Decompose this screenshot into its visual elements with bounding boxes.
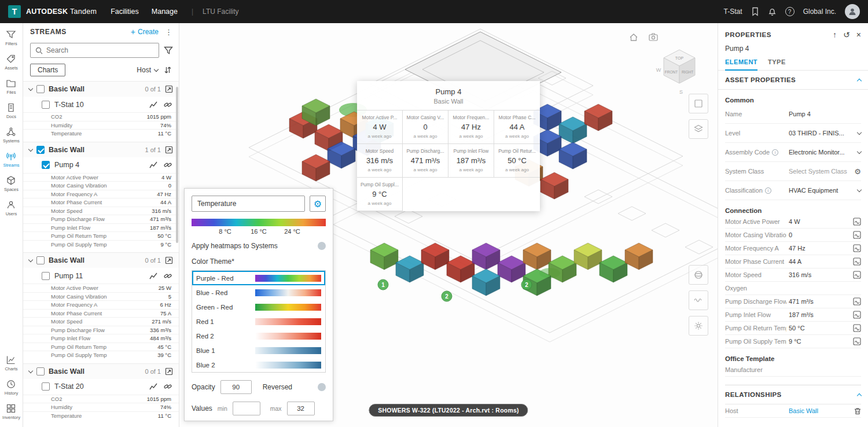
tab-type[interactable]: TYPE	[768, 58, 786, 70]
sidebar-item-assets[interactable]: Assets	[3, 50, 20, 74]
stream-icon[interactable]	[853, 311, 861, 319]
org-name[interactable]: Global Inc.	[803, 8, 836, 16]
streams-menu-button[interactable]: ⋮	[163, 28, 174, 36]
tab-element[interactable]: ELEMENT	[725, 58, 757, 71]
sort-icon[interactable]	[164, 66, 172, 74]
menu-facilities[interactable]: Facilities	[106, 8, 144, 16]
reset-icon[interactable]: ↺	[843, 31, 850, 39]
stream-icon[interactable]	[853, 324, 861, 332]
sidebar-item-users[interactable]: Users	[3, 196, 20, 220]
trash-icon[interactable]	[854, 407, 861, 415]
property-value[interactable]: Select System Class	[789, 168, 849, 175]
chevron-down-icon[interactable]	[28, 86, 33, 91]
streams-scrollbar[interactable]	[176, 87, 178, 243]
link-icon[interactable]	[164, 382, 172, 391]
sidebar-item-charts[interactable]: Charts	[2, 351, 20, 375]
device-checkbox[interactable]	[42, 382, 50, 391]
create-stream-button[interactable]: +Create	[131, 27, 159, 36]
max-input[interactable]	[287, 402, 315, 415]
stream-icon[interactable]	[853, 297, 861, 305]
color-theme-option[interactable]: Red 2	[192, 329, 325, 343]
property-value[interactable]: 03 THIRD - FINIS...	[789, 130, 849, 137]
popup-reading-cell[interactable]: Pump Oil Suppl... 9 °C a week ago	[357, 178, 403, 211]
close-icon[interactable]: ×	[856, 31, 861, 39]
stream-icon[interactable]	[853, 244, 861, 252]
chevron-down-icon[interactable]	[28, 368, 33, 373]
stream-icon[interactable]	[853, 271, 861, 279]
device-checkbox[interactable]	[42, 161, 50, 169]
relationship-host-link[interactable]: Basic Wall	[789, 407, 849, 414]
sidebar-item-filters[interactable]: Filters	[3, 25, 20, 50]
explode-button[interactable]	[689, 265, 708, 285]
info-icon[interactable]	[765, 187, 771, 194]
chevron-down-icon[interactable]	[28, 146, 33, 151]
bell-icon[interactable]	[768, 7, 777, 16]
tandem-logo[interactable]: T AUTODESK Tandem	[8, 5, 97, 18]
viewport-3d[interactable]: 122 W S TOP FRONT RIGHT	[179, 23, 718, 427]
isolate-icon[interactable]	[165, 146, 173, 154]
device-checkbox[interactable]	[42, 272, 50, 280]
property-value[interactable]: Electronic Monitor...	[789, 149, 849, 156]
sidebar-item-docs[interactable]: Docs	[3, 98, 20, 123]
sidebar-item-history[interactable]: History	[2, 375, 20, 399]
stream-icon[interactable]	[853, 337, 861, 345]
streams-overlay-button[interactable]	[689, 290, 708, 310]
color-theme-option[interactable]: Green - Red	[192, 300, 325, 314]
popup-reading-cell[interactable]: Motor Active P... 4 W a week ago	[357, 111, 403, 144]
chevron-down-icon[interactable]	[858, 151, 861, 153]
gear-icon[interactable]: ⚙	[854, 167, 861, 176]
link-icon[interactable]	[164, 161, 172, 169]
isolate-button[interactable]	[689, 94, 708, 113]
color-theme-option[interactable]: Blue 1	[192, 343, 325, 358]
stream-device-row[interactable]: Pump 4	[23, 157, 179, 173]
sidebar-item-systems[interactable]: Systems	[3, 123, 20, 147]
popup-reading-cell[interactable]: Pump Discharg... 471 m³/s a week ago	[403, 144, 448, 178]
chart-icon[interactable]	[149, 382, 157, 391]
stream-device-row[interactable]: T-Stat 10	[23, 97, 179, 112]
charts-button[interactable]: Charts	[30, 64, 65, 76]
stream-icon[interactable]	[853, 257, 861, 266]
export-icon[interactable]: ↑	[833, 31, 837, 39]
info-icon[interactable]	[772, 149, 778, 156]
color-theme-option[interactable]: Blue 2	[192, 358, 325, 372]
popup-reading-cell[interactable]: Motor Speed 316 m/s a week ago	[357, 144, 403, 178]
chevron-down-icon[interactable]	[858, 189, 861, 192]
viewer-settings-button[interactable]	[689, 316, 708, 336]
color-theme-option[interactable]: Red 1	[192, 314, 325, 329]
filter-icon[interactable]	[164, 46, 173, 55]
asset-properties-section[interactable]: ASSET PROPERTIES	[718, 71, 868, 90]
link-icon[interactable]	[164, 101, 172, 109]
isolate-icon[interactable]	[165, 256, 173, 264]
avatar[interactable]	[845, 4, 860, 19]
relationships-section[interactable]: RELATIONSHIPS	[725, 385, 861, 404]
opacity-input[interactable]	[220, 380, 252, 394]
group-checkbox[interactable]	[36, 367, 45, 376]
group-checkbox[interactable]	[36, 146, 45, 154]
stream-group-header[interactable]: Basic Wall 0 of 1	[23, 252, 179, 268]
apply-heatmaps-toggle[interactable]	[318, 242, 326, 250]
sidebar-item-files[interactable]: Files	[3, 74, 20, 98]
chart-icon[interactable]	[149, 272, 157, 280]
stream-group-header[interactable]: Basic Wall 1 of 1	[23, 142, 179, 157]
breadcrumb[interactable]: LTU Facility	[203, 8, 238, 16]
help-icon[interactable]	[785, 7, 795, 16]
min-input[interactable]	[233, 402, 260, 415]
stream-device-row[interactable]: T-Stat 20	[23, 379, 179, 395]
view-cube[interactable]: W S TOP FRONT RIGHT	[655, 45, 704, 98]
popup-reading-cell[interactable]: Motor Casing V... 0 a week ago	[403, 111, 448, 144]
sidebar-item-spaces[interactable]: Spaces	[3, 171, 20, 196]
stream-icon[interactable]	[853, 218, 861, 226]
popup-reading-cell[interactable]: Motor Frequen... 47 Hz a week ago	[448, 111, 494, 144]
menu-manage[interactable]: Manage	[147, 8, 182, 16]
recent-search-label[interactable]: T-Stat	[724, 8, 742, 16]
stream-icon[interactable]	[853, 231, 861, 239]
group-checkbox[interactable]	[36, 85, 45, 93]
property-value[interactable]: HVAC Equipment	[789, 187, 849, 194]
popup-reading-cell[interactable]: Pump Inlet Flow 187 m³/s a week ago	[448, 144, 494, 178]
popup-reading-cell[interactable]: Pump Oil Retur... 50 °C a week ago	[494, 144, 540, 178]
bookmark-icon[interactable]	[751, 7, 759, 16]
heatmap-settings-button[interactable]: ⚙	[310, 196, 326, 212]
color-theme-option[interactable]: Purple - Red	[192, 271, 325, 285]
chevron-down-icon[interactable]	[28, 257, 33, 262]
color-theme-option[interactable]: Blue - Red	[192, 285, 325, 300]
